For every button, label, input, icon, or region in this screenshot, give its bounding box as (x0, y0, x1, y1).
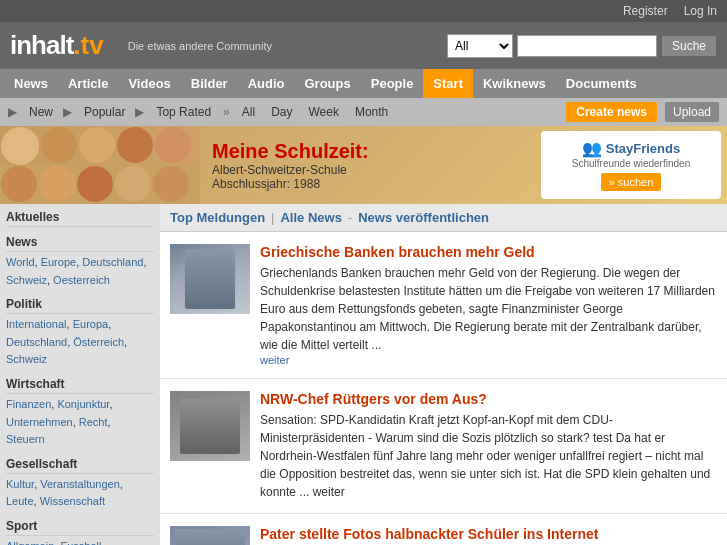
subnav-all[interactable]: All (236, 103, 261, 121)
nav-news[interactable]: News (4, 69, 58, 98)
nav-start[interactable]: Start (423, 69, 473, 98)
banner-faces (0, 126, 200, 204)
subnav-top-rated[interactable]: Top Rated (150, 103, 217, 121)
sidebar-link-osterreich[interactable]: Österreich (73, 336, 124, 348)
content-header: Top Meldungen | Alle News - News veröffe… (160, 204, 727, 232)
nav-audio[interactable]: Audio (238, 69, 295, 98)
nav-people[interactable]: People (361, 69, 424, 98)
sidebar-link-kultur[interactable]: Kultur (6, 478, 34, 490)
sidebar-link-europe[interactable]: Europe (41, 256, 76, 268)
sidebar-section-gesellschaft: Gesellschaft (6, 457, 154, 474)
news-title-1: Griechische Banken brauchen mehr Geld (260, 244, 717, 260)
news-text-1: Griechenlands Banken brauchen mehr Geld … (260, 264, 717, 354)
sidebar-section-aktuelles: Aktuelles (6, 210, 154, 227)
search-input[interactable] (517, 35, 657, 57)
sidebar-link-fussball[interactable]: Fussball (60, 540, 101, 545)
header-sep1: | (271, 210, 274, 225)
logo[interactable]: inhalt.tv (10, 30, 104, 61)
sidebar-link-schweiz[interactable]: Schweiz (6, 274, 47, 286)
subnav-week[interactable]: Week (302, 103, 344, 121)
header: inhalt.tv Die etwas andere Community All… (0, 22, 727, 69)
news-title-2: NRW-Chef Rüttgers vor dem Aus? (260, 391, 717, 407)
login-link[interactable]: Log In (684, 4, 717, 18)
create-news-button[interactable]: Create news (566, 102, 657, 122)
sidebar-wirtschaft-links: Finanzen, Konjunktur, Unternehmen, Recht… (6, 396, 154, 449)
stay-friends-title: StayFriends (606, 141, 680, 156)
subnav-day[interactable]: Day (265, 103, 298, 121)
register-link[interactable]: Register (623, 4, 668, 18)
sidebar-link-deutschland[interactable]: Deutschland (82, 256, 143, 268)
sidebar-link-world[interactable]: World (6, 256, 35, 268)
nav-documents[interactable]: Documents (556, 69, 647, 98)
nav-videos[interactable]: Videos (118, 69, 180, 98)
sidebar-link-steuern[interactable]: Steuern (6, 433, 45, 445)
news-item: NRW-Chef Rüttgers vor dem Aus? Sensation… (160, 379, 727, 514)
news-body-3: Pater stellte Fotos halbnackter Schüler … (260, 526, 717, 545)
sidebar-link-wissenschaft[interactable]: Wissenschaft (40, 495, 105, 507)
banner[interactable]: Meine Schulzeit: Albert-Schweitzer-Schul… (0, 126, 727, 204)
stay-friends-button[interactable]: » suchen (601, 173, 662, 191)
top-meldungen-link[interactable]: Top Meldungen (170, 210, 265, 225)
sub-nav-right: Create news Upload (566, 102, 719, 122)
banner-stay-friends[interactable]: 👥 StayFriends Schulfreunde wiederfinden … (541, 131, 721, 199)
main-layout: Aktuelles News World, Europe, Deutschlan… (0, 204, 727, 545)
news-more-1: weiter (260, 354, 717, 366)
logo-text: inhalt (10, 30, 73, 61)
news-more-link-1[interactable]: weiter (260, 354, 289, 366)
sidebar-link-konjunktur[interactable]: Konjunktur (57, 398, 109, 410)
sidebar-gesellschaft-links: Kultur, Veranstaltungen, Leute, Wissensc… (6, 476, 154, 511)
nav-article[interactable]: Article (58, 69, 118, 98)
news-title-link-1[interactable]: Griechische Banken brauchen mehr Geld (260, 244, 535, 260)
news-thumb-3 (170, 526, 250, 545)
sidebar-link-recht[interactable]: Recht (79, 416, 108, 428)
sub-nav: ▶ New ▶ Popular ▶ Top Rated » All Day We… (0, 98, 727, 126)
banner-text: Meine Schulzeit: Albert-Schweitzer-Schul… (200, 132, 535, 199)
sidebar-link-schweiz2[interactable]: Schweiz (6, 353, 47, 365)
subnav-month[interactable]: Month (349, 103, 394, 121)
sidebar-link-oesterreich[interactable]: Oesterreich (53, 274, 110, 286)
nav-bilder[interactable]: Bilder (181, 69, 238, 98)
content-area: Top Meldungen | Alle News - News veröffe… (160, 204, 727, 545)
news-title-link-3[interactable]: Pater stellte Fotos halbnackter Schüler … (260, 526, 598, 542)
sidebar-link-leute[interactable]: Leute (6, 495, 34, 507)
news-thumb-2 (170, 391, 250, 461)
sidebar-link-allgemein[interactable]: Allgemein (6, 540, 54, 545)
logo-dot: . (73, 30, 80, 61)
sidebar-link-europa[interactable]: Europa (73, 318, 108, 330)
subnav-new[interactable]: New (23, 103, 59, 121)
banner-subtitle2: Abschlussjahr: 1988 (212, 177, 523, 191)
news-title-3: Pater stellte Fotos halbnackter Schüler … (260, 526, 717, 542)
news-thumb-1 (170, 244, 250, 314)
news-text-2: Sensation: SPD-Kandidatin Kraft jetzt Ko… (260, 411, 717, 501)
sidebar-link-international[interactable]: International (6, 318, 67, 330)
nav-kwiknews[interactable]: Kwiknews (473, 69, 556, 98)
main-nav: News Article Videos Bilder Audio Groups … (0, 69, 727, 98)
news-title-link-2[interactable]: NRW-Chef Rüttgers vor dem Aus? (260, 391, 487, 407)
sidebar-link-veranstaltungen[interactable]: Veranstaltungen (40, 478, 120, 490)
tagline: Die etwas andere Community (128, 40, 272, 52)
nav-groups[interactable]: Groups (295, 69, 361, 98)
sidebar-politik-links: International, Europa, Deutschland, Öste… (6, 316, 154, 369)
sidebar-news-links: World, Europe, Deutschland, Schweiz, Oes… (6, 254, 154, 289)
upload-button[interactable]: Upload (665, 102, 719, 122)
sidebar-link-deutschland2[interactable]: Deutschland (6, 336, 67, 348)
search-area: All News People Videos Suche (447, 34, 717, 58)
sidebar-link-unternehmen[interactable]: Unternehmen (6, 416, 73, 428)
header-sep2: - (348, 210, 352, 225)
sub-nav-left: ▶ New ▶ Popular ▶ Top Rated » All Day We… (8, 103, 566, 121)
search-button[interactable]: Suche (661, 35, 717, 57)
sidebar: Aktuelles News World, Europe, Deutschlan… (0, 204, 160, 545)
banner-title: Meine Schulzeit: (212, 140, 523, 163)
news-item: Griechische Banken brauchen mehr Geld Gr… (160, 232, 727, 379)
sidebar-section-sport: Sport (6, 519, 154, 536)
sidebar-section-news: News (6, 235, 154, 252)
top-bar: Register Log In (0, 0, 727, 22)
sidebar-section-wirtschaft: Wirtschaft (6, 377, 154, 394)
subnav-popular[interactable]: Popular (78, 103, 131, 121)
new-arrow-icon: ▶ (8, 105, 17, 119)
search-select[interactable]: All News People Videos (447, 34, 513, 58)
sidebar-link-finanzen[interactable]: Finanzen (6, 398, 51, 410)
alle-news-link[interactable]: Alle News (280, 210, 341, 225)
publish-news-link[interactable]: News veröffentlichen (358, 210, 489, 225)
sidebar-sport-links: Allgemein, Fussball, Handball, Leichtath… (6, 538, 154, 545)
